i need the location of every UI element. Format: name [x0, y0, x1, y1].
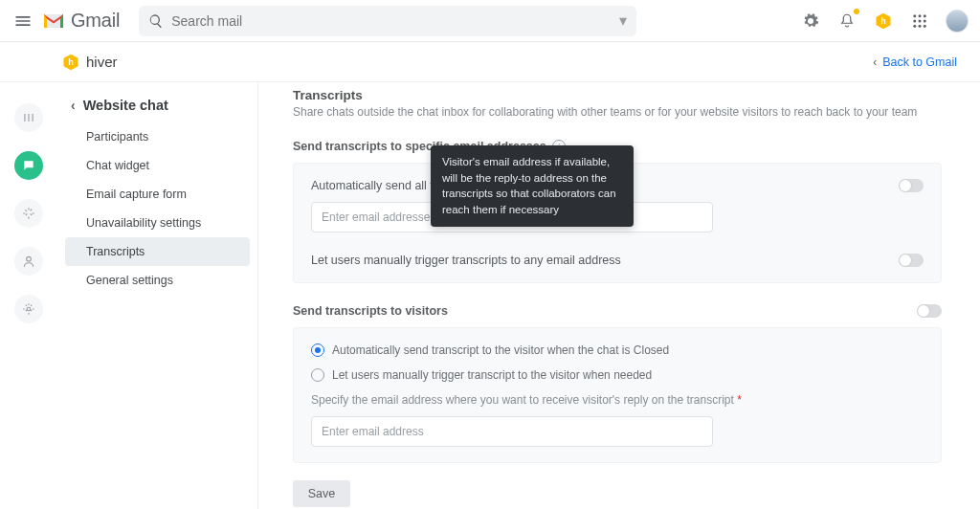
nav-item-transcripts[interactable]: Transcripts — [65, 237, 250, 266]
section-visitors-title: Send transcripts to visitors — [293, 304, 942, 318]
rail-automation-icon[interactable] — [14, 199, 43, 228]
search-icon — [148, 13, 164, 29]
settings-nav: ‹ Website chat Participants Chat widget … — [57, 82, 258, 509]
info-tooltip: Visitor's email address if available, wi… — [431, 145, 634, 227]
chevron-left-icon: ‹ — [71, 98, 76, 113]
svg-point-4 — [924, 14, 926, 17]
bell-icon[interactable] — [836, 11, 858, 32]
hiver-bar: h hiver ‹ Back to Gmail — [0, 42, 980, 82]
nav-title[interactable]: ‹ Website chat — [57, 98, 257, 122]
svg-point-9 — [919, 24, 922, 27]
svg-point-3 — [919, 14, 922, 17]
specify-note: Specify the email address where you want… — [311, 393, 924, 407]
hiver-logo[interactable]: h hiver — [61, 53, 118, 72]
left-rail — [0, 82, 57, 509]
svg-point-6 — [919, 19, 922, 22]
auto-send-toggle[interactable] — [899, 179, 924, 192]
svg-point-7 — [924, 19, 926, 22]
visitors-section-toggle[interactable] — [917, 304, 942, 318]
content-pane: Transcripts Share chats outside the chat… — [258, 82, 980, 509]
rail-dashboard-icon[interactable] — [14, 103, 43, 132]
svg-point-8 — [913, 24, 916, 27]
svg-point-14 — [27, 307, 31, 311]
visitors-card: Automatically send transcript to the vis… — [293, 327, 942, 463]
svg-point-5 — [913, 19, 916, 22]
manual-trigger-toggle[interactable] — [899, 254, 924, 267]
svg-text:h: h — [68, 57, 74, 67]
hamburger-menu-icon[interactable] — [11, 10, 34, 33]
gear-icon[interactable] — [800, 11, 821, 32]
save-button[interactable]: Save — [293, 480, 350, 507]
search-input[interactable] — [171, 13, 612, 29]
page-subtitle: Share chats outside the chat inbox for c… — [293, 105, 942, 119]
radio-auto-closed[interactable]: Automatically send transcript to the vis… — [311, 343, 924, 357]
nav-item-unavailability[interactable]: Unavailability settings — [65, 209, 250, 237]
radio-dot-icon — [311, 343, 324, 357]
nav-item-email-capture[interactable]: Email capture form — [65, 180, 250, 209]
hiver-badge-icon[interactable]: h — [873, 11, 894, 32]
svg-point-2 — [913, 14, 916, 17]
search-options-caret-icon[interactable]: ▾ — [619, 11, 627, 30]
rail-settings-icon[interactable] — [14, 295, 43, 323]
nav-item-general[interactable]: General settings — [65, 266, 250, 295]
chevron-left-icon: ‹ — [873, 55, 877, 69]
svg-point-10 — [924, 24, 926, 27]
gmail-wordmark: Gmail — [71, 10, 120, 32]
nav-item-participants[interactable]: Participants — [65, 122, 250, 151]
account-avatar[interactable] — [946, 10, 969, 33]
radio-dot-icon — [311, 368, 324, 382]
reply-email-input[interactable]: Enter email address — [311, 416, 713, 447]
gmail-header: Gmail ▾ h — [0, 0, 980, 42]
rail-chat-icon[interactable] — [14, 151, 43, 180]
back-to-gmail-link[interactable]: ‹ Back to Gmail — [873, 55, 957, 69]
search-bar[interactable]: ▾ — [139, 6, 636, 36]
rail-user-icon[interactable] — [14, 247, 43, 276]
svg-point-13 — [27, 256, 32, 261]
page-title: Transcripts — [293, 88, 942, 102]
nav-item-chat-widget[interactable]: Chat widget — [65, 151, 250, 180]
gmail-logo[interactable]: Gmail — [42, 10, 120, 32]
manual-trigger-label: Let users manually trigger transcripts t… — [311, 254, 621, 267]
radio-manual-visitor[interactable]: Let users manually trigger transcript to… — [311, 368, 924, 382]
apps-grid-icon[interactable] — [909, 11, 930, 32]
svg-text:h: h — [880, 16, 885, 26]
